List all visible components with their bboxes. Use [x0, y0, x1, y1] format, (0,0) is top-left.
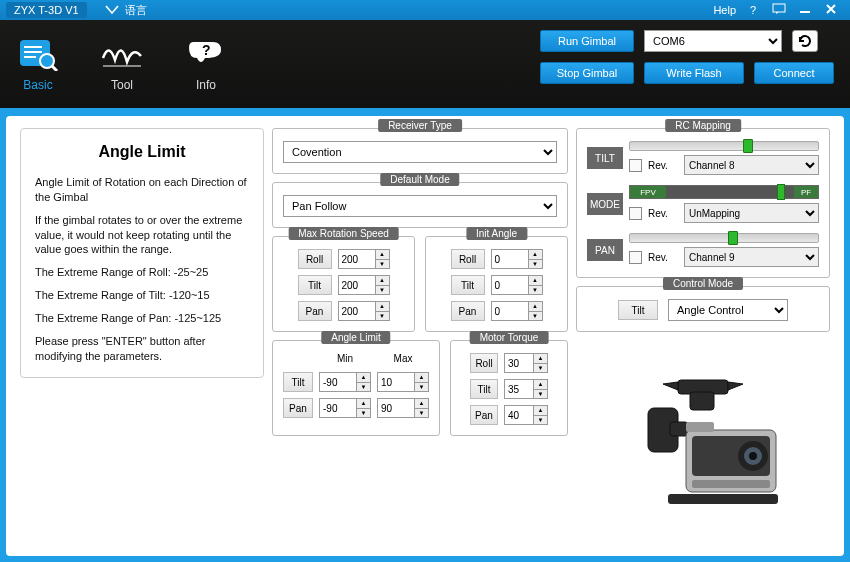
initang-pan-input[interactable]: ▲▼ [491, 301, 543, 321]
torque-roll[interactable]: ▲▼ [504, 353, 548, 373]
minimize-icon[interactable] [792, 3, 818, 17]
torque-tilt[interactable]: ▲▼ [504, 379, 548, 399]
titlebar: ZYX T-3D V1 语言 Help ? [0, 0, 850, 20]
svg-rect-4 [24, 51, 42, 53]
svg-text:?: ? [202, 42, 211, 58]
port-select[interactable]: COM6 [644, 30, 782, 52]
stop-gimbal-button[interactable]: Stop Gimbal [540, 62, 634, 84]
rc-pan-channel-select[interactable]: Channel 9 [684, 247, 819, 267]
initang-roll-input[interactable]: ▲▼ [491, 249, 543, 269]
svg-rect-21 [668, 494, 778, 504]
tab-tool-label: Tool [111, 78, 133, 92]
tab-basic[interactable]: Basic [16, 36, 60, 92]
rc-mapping-group: RC Mapping TILT Rev. Channel 8 MODE [576, 128, 830, 278]
refresh-port-button[interactable] [792, 30, 818, 52]
anglimit-pan-min[interactable]: ▲▼ [319, 398, 371, 418]
rc-mode-channel-select[interactable]: UnMapping [684, 203, 819, 223]
rc-pan-rev-checkbox[interactable] [629, 251, 642, 264]
maxspd-tilt-input[interactable]: ▲▼ [338, 275, 390, 295]
toolbar: Basic Tool ? Info Run Gimbal COM6 Stop G… [0, 20, 850, 108]
tool-icon [100, 36, 144, 72]
rc-tilt-slider[interactable] [629, 141, 819, 151]
feedback-icon[interactable] [766, 3, 792, 17]
info-icon: ? [184, 36, 228, 72]
anglimit-pan-max[interactable]: ▲▼ [377, 398, 429, 418]
description-panel: Angle Limit Angle Limit of Rotation on e… [20, 128, 264, 378]
default-mode-select[interactable]: Pan Follow [283, 195, 557, 217]
svg-rect-0 [773, 4, 785, 12]
close-icon[interactable] [818, 3, 844, 17]
app-title: ZYX T-3D V1 [6, 2, 87, 18]
help-label[interactable]: Help [713, 4, 736, 16]
tab-tool[interactable]: Tool [100, 36, 144, 92]
svg-rect-5 [24, 56, 36, 58]
run-gimbal-button[interactable]: Run Gimbal [540, 30, 634, 52]
default-mode-group: Default Mode Pan Follow [272, 182, 568, 228]
init-angle-group: Init Angle Roll▲▼ Tilt▲▼ Pan▲▼ [425, 236, 568, 332]
svg-line-7 [52, 66, 57, 71]
language-menu[interactable]: 语言 [105, 3, 147, 18]
rc-mode-rev-checkbox[interactable] [629, 207, 642, 220]
control-mode-select[interactable]: Angle Control [668, 299, 788, 321]
anglimit-tilt-max[interactable]: ▲▼ [377, 372, 429, 392]
write-flash-button[interactable]: Write Flash [644, 62, 744, 84]
svg-point-6 [40, 54, 54, 68]
torque-pan[interactable]: ▲▼ [504, 405, 548, 425]
svg-rect-11 [690, 392, 714, 410]
rc-tilt-rev-checkbox[interactable] [629, 159, 642, 172]
svg-point-18 [749, 452, 757, 460]
tab-info[interactable]: ? Info [184, 36, 228, 92]
anglimit-tilt-min[interactable]: ▲▼ [319, 372, 371, 392]
rc-pan-slider[interactable] [629, 233, 819, 243]
svg-rect-19 [692, 480, 770, 488]
rc-mode-slider[interactable]: FPV PF [629, 185, 819, 199]
svg-rect-13 [670, 422, 688, 436]
control-mode-group: Control Mode Tilt Angle Control [576, 286, 830, 332]
rc-tilt-channel-select[interactable]: Channel 8 [684, 155, 819, 175]
receiver-type-select[interactable]: Covention [283, 141, 557, 163]
initang-tilt-input[interactable]: ▲▼ [491, 275, 543, 295]
motor-torque-group: Motor Torque Roll▲▼ Tilt▲▼ Pan▲▼ [450, 340, 568, 436]
receiver-type-group: Receiver Type Covention [272, 128, 568, 174]
gimbal-illustration [576, 340, 830, 544]
tab-info-label: Info [196, 78, 216, 92]
desc-title: Angle Limit [35, 143, 249, 161]
max-rotation-speed-group: Max Rotation Speed Roll▲▼ Tilt▲▼ Pan▲▼ [272, 236, 415, 332]
help-icon[interactable]: ? [740, 4, 766, 16]
angle-limit-group: Angle Limit MinMax Tilt ▲▼ ▲▼ Pan ▲▼ ▲▼ [272, 340, 440, 436]
svg-rect-20 [686, 422, 714, 432]
svg-rect-3 [24, 46, 42, 48]
maxspd-pan-input[interactable]: ▲▼ [338, 301, 390, 321]
main-content: Angle Limit Angle Limit of Rotation on e… [6, 116, 844, 556]
connect-button[interactable]: Connect [754, 62, 834, 84]
tab-basic-label: Basic [23, 78, 52, 92]
maxspd-roll-input[interactable]: ▲▼ [338, 249, 390, 269]
basic-icon [16, 36, 60, 72]
